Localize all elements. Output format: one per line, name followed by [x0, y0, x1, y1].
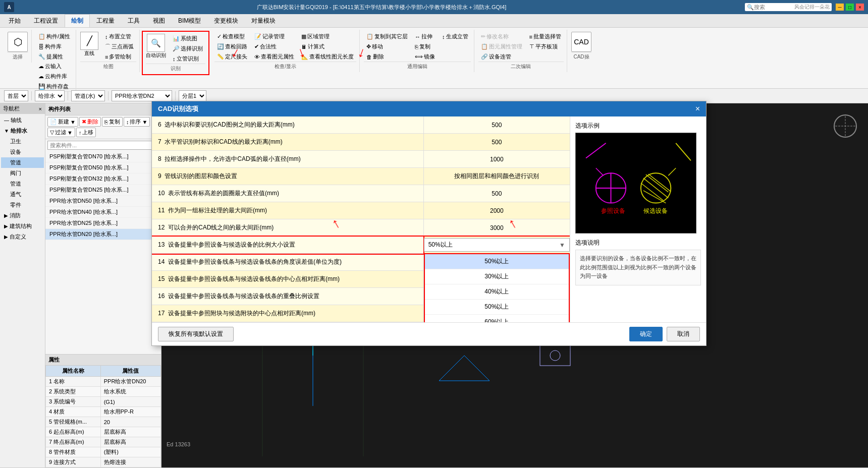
selected-option: 50%以上: [428, 241, 453, 249]
red-arrow-1: ↓: [229, 44, 243, 62]
dropdown-item[interactable]: 50%以上: [425, 254, 569, 269]
dropdown-item[interactable]: 40%以上: [425, 284, 569, 300]
note-title: 选项说明: [575, 239, 701, 247]
dialog-close-button[interactable]: ×: [695, 104, 700, 113]
dropdown-arrow: ▼: [559, 242, 565, 249]
dialog-action-buttons: 确定 取消: [629, 327, 700, 341]
red-arrow-2: ↓: [295, 44, 307, 62]
dialog-footer: 恢复所有项默认设置 确定 取消: [152, 322, 706, 345]
dropdown-list: 50%以上 30%以上 40%以上 50%以上 60%以上 70%以上 80%以…: [424, 253, 570, 322]
red-arrow-3: ↓: [356, 44, 368, 62]
dropdown-item[interactable]: 60%以上: [425, 315, 569, 322]
note-content: 选择要识别的设备，当各设备比例不一致时，在此比例范围值以上则视为比例不一致的两个…: [575, 250, 701, 285]
table-row: 11 作为同一组标注处理的最大间距(mm) 2000: [152, 202, 570, 219]
table-row: 10 表示管线有标高差的圆圈最大直径值(mm) 500: [152, 185, 570, 202]
table-row: 6 选中标识和要识别CAD图例之间的最大距离(mm) 500: [152, 116, 570, 134]
note-section: 选项说明 选择要识别的设备，当各设备比例不一致时，在此比例范围值以上则视为比例不…: [575, 239, 701, 285]
example-title: 选项示例: [575, 122, 701, 130]
dialog-overlay: CAD识别选项 × 6 选中标识和要识别CAD图例之间的最大距离(mm) 500…: [0, 0, 868, 468]
dropdown-trigger-13[interactable]: 50%以上 ▼: [424, 238, 570, 252]
dialog-row-13: 13 设备提量中参照设备与候选设备的比例大小设置 50%以上 ▼ 50%以上 3…: [152, 237, 570, 254]
table-row: 7 水平管识别时标识和CAD线的最大距离(mm) 500: [152, 134, 570, 151]
dialog-body: 6 选中标识和要识别CAD图例之间的最大距离(mm) 500 7 水平管识别时标…: [152, 116, 706, 322]
dialog-title: CAD识别选项: [158, 104, 198, 113]
cancel-button[interactable]: 取消: [667, 327, 700, 341]
dropdown-item[interactable]: 50%以上: [425, 300, 569, 315]
table-row: 9 管线识别的图层和颜色设置 按相同图层和相同颜色进行识别: [152, 168, 570, 185]
svg-text:参照设备: 参照设备: [601, 207, 625, 214]
confirm-button[interactable]: 确定: [629, 327, 663, 341]
svg-rect-18: [576, 133, 696, 233]
reset-defaults-button[interactable]: 恢复所有项默认设置: [158, 327, 234, 341]
table-row: 8 拉框选择操作中，允许选中CAD弧的最小直径(mm) 1000: [152, 151, 570, 168]
example-image: 参照设备 候选设备: [575, 133, 696, 233]
dropdown-item[interactable]: 30%以上: [425, 269, 569, 284]
svg-text:候选设备: 候选设备: [643, 207, 668, 214]
dialog-header: CAD识别选项 ×: [152, 101, 706, 116]
cad-dialog: CAD识别选项 × 6 选中标识和要识别CAD图例之间的最大距离(mm) 500…: [151, 101, 707, 346]
dialog-right-panel: 选项示例: [570, 116, 706, 322]
example-svg: 参照设备 候选设备: [576, 133, 696, 233]
example-section: 选项示例: [575, 122, 701, 233]
